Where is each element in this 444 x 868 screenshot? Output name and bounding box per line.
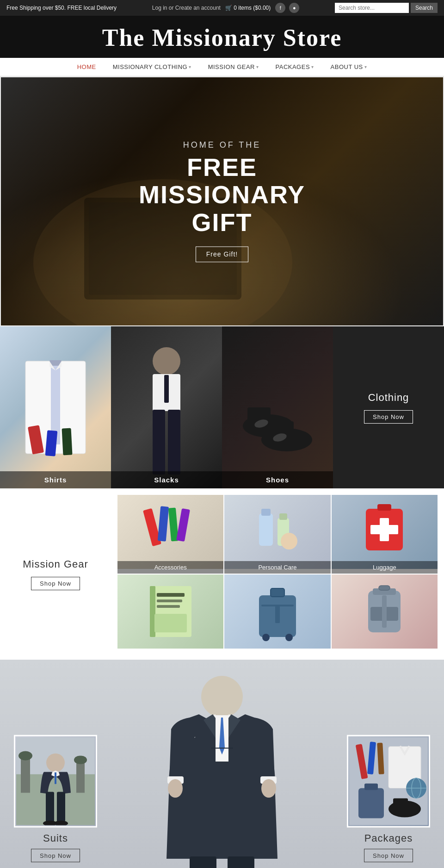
- svg-rect-27: [259, 513, 273, 546]
- svg-rect-24: [157, 506, 168, 541]
- personal-care-label: Personal Care: [224, 561, 330, 574]
- svg-rect-38: [157, 593, 185, 597]
- gear-item-luggage[interactable]: Luggage: [332, 495, 438, 574]
- svg-rect-41: [154, 614, 187, 632]
- gear-item-book[interactable]: [117, 575, 223, 653]
- site-header: The Missionary Store: [0, 16, 444, 58]
- nav-mission-gear[interactable]: MISSION GEAR ▾: [208, 63, 259, 70]
- account-cart-area: Log in or Create an account 🛒 0 items ($…: [152, 3, 299, 13]
- packages-shop-now-button[interactable]: Shop Now: [364, 849, 413, 862]
- shoes-image: [222, 326, 333, 488]
- site-title: The Missionary Store: [0, 24, 444, 51]
- cart-text[interactable]: 🛒 0 items ($0.00): [225, 5, 271, 11]
- gear-item-firstaid[interactable]: [332, 575, 438, 653]
- chevron-down-icon: ▾: [311, 64, 314, 69]
- book-image: [117, 575, 223, 649]
- hero-title: FREE MISSIONARY GIFT: [111, 154, 333, 236]
- svg-rect-11: [62, 428, 72, 456]
- search-button[interactable]: Search: [411, 3, 438, 13]
- shirts-label: Shirts: [0, 471, 111, 488]
- svg-point-62: [168, 779, 183, 798]
- main-nav: HOME MISSIONARY CLOTHING ▾ MISSION GEAR …: [0, 58, 444, 76]
- shirts-image: [0, 326, 111, 488]
- luggage-image: [332, 495, 438, 569]
- hero-subtitle: HOME OF THE: [111, 140, 333, 150]
- clothing-item-slacks[interactable]: Slacks: [111, 326, 222, 488]
- svg-rect-89: [393, 799, 408, 812]
- gear-item-luggage2[interactable]: [224, 575, 330, 653]
- svg-rect-28: [261, 509, 271, 516]
- clothing-shop-now-button[interactable]: Shop Now: [364, 410, 413, 424]
- firstaid-image: [332, 575, 438, 649]
- clothing-section: Shirts Slacks: [0, 326, 444, 488]
- svg-rect-43: [271, 588, 284, 597]
- nav-missionary-clothing[interactable]: MISSIONARY CLOTHING ▾: [113, 63, 191, 70]
- accessories-label: Accessories: [117, 561, 223, 574]
- svg-rect-39: [157, 599, 182, 602]
- gear-item-personal-care[interactable]: Personal Care: [224, 495, 330, 574]
- mission-gear-shop-now-button[interactable]: Shop Now: [31, 577, 80, 590]
- clothing-section-title: Clothing: [368, 392, 409, 404]
- svg-rect-45: [275, 605, 280, 623]
- svg-point-63: [261, 779, 276, 798]
- free-gift-button[interactable]: Free Gift!: [196, 247, 248, 262]
- mission-gear-section: Mission Gear Shop Now Accessories: [0, 488, 444, 660]
- packages-right-panel: Packages Shop Now: [347, 735, 430, 862]
- svg-rect-26: [176, 508, 190, 542]
- suits-thumbnail: [14, 735, 97, 828]
- svg-rect-34: [370, 525, 398, 534]
- clothing-right-panel: Clothing Shop Now: [333, 326, 444, 488]
- nav-home[interactable]: HOME: [77, 63, 96, 70]
- svg-rect-40: [157, 605, 180, 608]
- chevron-down-icon: ▾: [256, 64, 259, 69]
- svg-rect-35: [377, 504, 391, 511]
- nav-packages[interactable]: PACKAGES ▾: [276, 63, 314, 70]
- svg-rect-65: [228, 856, 254, 868]
- chevron-down-icon: ▾: [364, 64, 367, 69]
- svg-point-46: [262, 634, 270, 641]
- search-input[interactable]: [335, 3, 409, 13]
- svg-rect-72: [76, 761, 85, 793]
- svg-rect-64: [190, 856, 216, 868]
- svg-rect-76: [46, 792, 54, 822]
- svg-rect-14: [164, 375, 169, 403]
- luggage2-image: [224, 575, 330, 649]
- shoes-label: Shoes: [222, 471, 333, 488]
- center-suit-figure: [153, 664, 291, 868]
- svg-rect-71: [18, 751, 32, 761]
- slacks-label: Slacks: [111, 471, 222, 488]
- svg-rect-16: [168, 410, 180, 475]
- svg-rect-86: [358, 788, 384, 818]
- chevron-down-icon: ▾: [189, 64, 191, 69]
- personal-care-image: [224, 495, 330, 569]
- svg-rect-51: [382, 595, 387, 628]
- svg-rect-70: [21, 756, 30, 793]
- instagram-icon[interactable]: ●: [289, 3, 299, 13]
- svg-point-31: [281, 533, 297, 550]
- packages-label: Packages: [364, 832, 413, 844]
- svg-point-47: [285, 634, 293, 641]
- svg-rect-15: [153, 410, 165, 475]
- svg-rect-58: [211, 748, 233, 749]
- hero-content: HOME OF THE FREE MISSIONARY GIFT Free Gi…: [111, 140, 333, 262]
- svg-rect-87: [364, 784, 378, 790]
- nav-about-us[interactable]: ABOUT US ▾: [331, 63, 367, 70]
- mission-gear-grid: Accessories Personal Care: [111, 488, 444, 660]
- svg-point-12: [153, 347, 180, 375]
- social-icons: f ●: [275, 3, 299, 13]
- shipping-text: Free Shipping over $50. FREE local Deliv…: [6, 4, 117, 12]
- account-link[interactable]: Log in or Create an account: [152, 5, 221, 11]
- svg-rect-73: [74, 756, 87, 764]
- luggage-label: Luggage: [332, 561, 438, 574]
- suits-left-panel: Suits Shop Now: [14, 735, 97, 862]
- clothing-grid: Shirts Slacks: [0, 326, 333, 488]
- svg-point-74: [46, 754, 65, 772]
- mission-gear-left: Mission Gear Shop Now: [0, 488, 111, 660]
- gear-item-accessories[interactable]: Accessories: [117, 495, 223, 574]
- svg-point-54: [201, 676, 243, 718]
- clothing-item-shirts[interactable]: Shirts: [0, 326, 111, 488]
- suits-shop-now-button[interactable]: Shop Now: [31, 849, 80, 862]
- svg-rect-77: [57, 792, 65, 822]
- clothing-item-shoes[interactable]: Shoes: [222, 326, 333, 488]
- facebook-icon[interactable]: f: [275, 3, 285, 13]
